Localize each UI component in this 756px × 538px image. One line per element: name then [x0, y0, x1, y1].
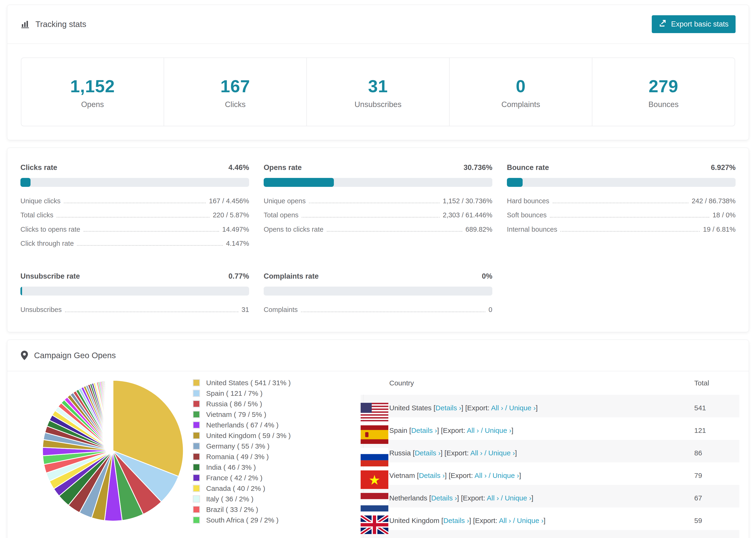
bar-chart-icon [21, 20, 30, 29]
export-unique-link[interactable]: Unique › [509, 404, 536, 412]
legend-label: United States ( 541 / 31% ) [206, 379, 291, 387]
summary-stat-box: 167 Clicks [164, 58, 306, 126]
dotted-leader [302, 217, 439, 218]
dotted-leader [65, 311, 238, 312]
legend-item: Germany ( 55 / 3% ) [193, 442, 361, 450]
geo-table-header-row: Country Total [361, 371, 739, 395]
rate-row-value: 31 [242, 306, 249, 314]
rate-detail-row: Complaints 0 [264, 306, 492, 314]
legend-swatch [193, 463, 200, 471]
details-link[interactable]: Details › [443, 517, 469, 524]
export-all-link[interactable]: All › [491, 404, 503, 412]
country-cell: United Kingdom [Details ›] [Export: All … [388, 517, 693, 525]
rate-row-value: 2,303 / 61.446% [443, 211, 492, 219]
country-cell: Vietnam [Details ›] [Export: All › / Uni… [388, 471, 693, 480]
stat-value: 0 [450, 76, 592, 96]
export-unique-link[interactable]: Unique › [493, 471, 519, 479]
rate-detail-row: Unique opens 1,152 / 30.736% [264, 197, 492, 205]
geo-table-row: Netherlands [Details ›] [Export: All › /… [361, 485, 739, 508]
rate-headline-value: 0.77% [229, 272, 249, 281]
section-title: Campaign Geo Opens [34, 351, 116, 360]
legend-swatch [193, 400, 200, 407]
stat-value: 167 [164, 76, 306, 96]
total-cell: 541 [693, 404, 739, 412]
rate-row-value: 18 / 0% [713, 211, 735, 219]
legend-swatch [193, 453, 200, 460]
legend-item: France ( 42 / 2% ) [193, 474, 361, 482]
rate-detail-row: Opens to clicks rate 689.82% [264, 226, 492, 233]
total-cell: 86 [693, 449, 739, 457]
legend-swatch [193, 443, 200, 450]
rate-row-value: 19 / 6.81% [703, 226, 735, 233]
rate-detail-row: Hard bounces 242 / 86.738% [507, 197, 735, 205]
total-cell: 121 [693, 426, 739, 435]
rate-row-label: Total opens [264, 211, 298, 219]
export-all-link[interactable]: All › [499, 517, 511, 524]
legend-label: South Africa ( 29 / 2% ) [206, 516, 279, 524]
rate-detail-row: Unique clicks 167 / 4.456% [21, 197, 249, 205]
rate-row-label: Unsubscribes [21, 306, 62, 314]
summary-stat-box: 0 Complaints [449, 58, 592, 126]
rate-title: Complaints rate [264, 272, 319, 281]
dotted-leader [83, 231, 219, 232]
legend-label: Brazil ( 33 / 2% ) [206, 506, 258, 513]
dotted-leader [327, 231, 462, 232]
summary-stat-box: 1,152 Opens [21, 58, 164, 126]
details-link[interactable]: Details › [415, 449, 441, 457]
legend-item: United States ( 541 / 31% ) [193, 379, 361, 387]
legend-label: Netherlands ( 67 / 4% ) [206, 421, 279, 429]
stat-label: Opens [21, 100, 164, 109]
rate-title: Unsubscribe rate [21, 272, 80, 281]
export-all-link[interactable]: All › [487, 494, 499, 502]
geo-pie-legend: United States ( 541 / 31% ) Spain ( 121 … [193, 371, 361, 538]
legend-swatch [193, 516, 200, 524]
export-basic-stats-button[interactable]: Export basic stats [652, 15, 735, 33]
details-link[interactable]: Details › [419, 471, 445, 479]
legend-item: Romania ( 49 / 3% ) [193, 453, 361, 461]
rate-detail-row: Total clicks 220 / 5.87% [21, 211, 249, 219]
export-all-link[interactable]: All › [474, 471, 487, 479]
rate-headline-value: 0% [482, 272, 492, 281]
export-unique-link[interactable]: Unique › [505, 494, 531, 502]
legend-label: Vietnam ( 79 / 5% ) [206, 410, 266, 418]
export-unique-link[interactable]: Unique › [488, 449, 515, 457]
geo-table-row [361, 530, 739, 538]
country-cell: Netherlands [Details ›] [Export: All › /… [388, 494, 693, 502]
export-icon [659, 19, 667, 29]
summary-stat-box: 31 Unsubscribes [306, 58, 449, 126]
legend-item: Spain ( 121 / 7% ) [193, 389, 361, 398]
export-unique-link[interactable]: Unique › [485, 426, 512, 434]
summary-stats-row: 1,152 Opens 167 Clicks 31 Unsubscribes 0… [21, 58, 735, 126]
stat-label: Unsubscribes [307, 100, 449, 109]
rate-title: Bounce rate [507, 163, 549, 172]
details-link[interactable]: Details › [411, 426, 437, 434]
geo-country-table: Country Total United States [Details ›] … [361, 371, 739, 538]
export-all-link[interactable]: All › [470, 449, 482, 457]
legend-label: India ( 46 / 3% ) [206, 463, 256, 471]
rate-row-value: 1,152 / 30.736% [443, 197, 492, 205]
details-link[interactable]: Details › [436, 404, 461, 412]
legend-swatch [193, 411, 200, 418]
dotted-leader [64, 202, 206, 203]
rate-progress-bar [507, 178, 735, 187]
export-unique-link[interactable]: Unique › [517, 517, 544, 524]
geo-table-row: United States [Details ›] [Export: All ›… [361, 395, 739, 417]
rate-headline-value: 4.46% [229, 163, 249, 172]
geo-table-row: Spain [Details ›] [Export: All › / Uniqu… [361, 417, 739, 440]
legend-item: Brazil ( 33 / 2% ) [193, 506, 361, 513]
tracking-stats-title: Tracking stats [21, 20, 86, 29]
geo-opens-header: Campaign Geo Opens [7, 340, 749, 371]
rate-row-label: Hard bounces [507, 197, 549, 205]
export-all-link[interactable]: All › [467, 426, 479, 434]
rate-progress-bar [21, 178, 249, 187]
legend-label: United Kingdom ( 59 / 3% ) [206, 432, 291, 440]
rate-title: Clicks rate [21, 163, 57, 172]
rate-detail-row: Soft bounces 18 / 0% [507, 211, 735, 219]
total-cell: 59 [693, 517, 739, 525]
details-link[interactable]: Details › [431, 494, 457, 502]
legend-label: France ( 42 / 2% ) [206, 474, 262, 482]
rate-row-label: Unique clicks [21, 197, 61, 205]
legend-swatch [193, 432, 200, 439]
rates-card: Clicks rate 4.46% Unique clicks 167 / 4.… [7, 148, 749, 332]
stat-label: Clicks [164, 100, 306, 109]
